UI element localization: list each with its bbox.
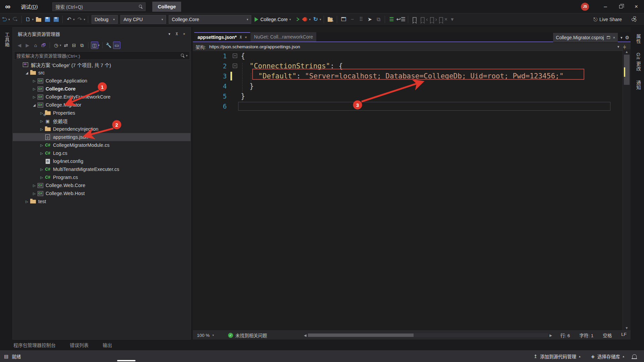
tree-item-MultiTenantMigrateExecuter.cs[interactable]: ▷C#MultiTenantMigrateExecuter.cs — [13, 165, 191, 173]
preview-selected-items-icon[interactable]: ▭ — [113, 42, 120, 49]
keep-open-icon[interactable]: 🗔 — [606, 36, 610, 40]
tab-close-icon[interactable]: × — [245, 35, 247, 39]
se-forward-icon[interactable]: ▶ — [24, 42, 31, 49]
live-share-button[interactable]: ⎋ Live Share — [593, 16, 622, 22]
code-line-5[interactable]: 5} — [193, 91, 621, 101]
collapse-toggle-icon[interactable]: − — [233, 64, 237, 68]
horizontal-scrollbar[interactable] — [308, 333, 548, 337]
right-tab-通知[interactable]: 通知 — [634, 78, 642, 92]
menu-D[interactable]: 调试(D) — [16, 0, 44, 13]
tab-list-dropdown-icon[interactable]: ▾ — [621, 36, 623, 40]
tab-appsettings-json[interactable]: appsettings.json* ⊼ × — [194, 32, 250, 42]
editor-zoom-combo[interactable]: 100 %▾ — [194, 333, 217, 338]
save-all-icon[interactable] — [52, 15, 60, 24]
window-position-dropdown-icon[interactable]: ▾ — [166, 31, 172, 37]
properties-pages-icon[interactable]: ⧉ — [78, 42, 86, 49]
start-without-debugging-icon[interactable] — [295, 17, 300, 21]
collapsed-icon[interactable]: ▷ — [32, 192, 36, 195]
navigate-back-dropdown[interactable]: ▾ — [8, 18, 10, 21]
pending-changes-filter-icon[interactable]: ◷ — [52, 42, 60, 49]
bottom-tab-错误列表[interactable]: 错误列表 — [70, 342, 89, 348]
bottom-tab-程序包管理器控制台[interactable]: 程序包管理器控制台 — [13, 342, 56, 348]
collapsed-icon[interactable]: ▷ — [40, 119, 44, 123]
tree-item-CollegeMigratorModule.cs[interactable]: ▷C#CollegeMigratorModule.cs — [13, 141, 191, 149]
tree-item-DependencyInjection[interactable]: ▷DependencyInjection — [13, 125, 191, 133]
split-editor-icon[interactable]: ╪ — [623, 45, 626, 49]
tree-item-College.EntityFrameworkCore[interactable]: ▷C#College.EntityFrameworkCore — [13, 93, 191, 101]
right-tab-Git 更改[interactable]: Git 更改 — [634, 51, 642, 73]
new-project-icon[interactable]: 🗋 — [24, 15, 32, 24]
collapsed-icon[interactable]: ▷ — [40, 176, 44, 179]
collapsed-icon[interactable]: ▷ — [40, 168, 44, 171]
collapsed-icon[interactable]: ▷ — [32, 184, 36, 187]
collapsed-icon[interactable]: ▷ — [40, 152, 44, 155]
left-tab-工具箱[interactable]: 工具箱 — [2, 30, 10, 49]
user-avatar[interactable]: JS — [581, 3, 589, 11]
environment-window-icon[interactable]: 🗔 — [339, 15, 347, 24]
tab-pin-icon[interactable]: ⊼ — [239, 35, 242, 40]
collapse-toggle-icon[interactable]: − — [233, 54, 237, 58]
show-all-files-icon[interactable]: ◫ — [91, 42, 98, 49]
bottom-tab-输出[interactable]: 输出 — [103, 342, 112, 348]
tree-item-Log.cs[interactable]: ▷C#Log.cs — [13, 149, 191, 157]
tree-item-解决方案 'College' (7 个项目, 共 7 个)[interactable]: 解决方案 'College' (7 个项目, 共 7 个) — [13, 61, 191, 69]
add-to-source-control-button[interactable]: ↥ 添加到源代码管理 ▴ — [528, 350, 586, 362]
indent-lines-icon[interactable]: ☰ — [387, 15, 395, 24]
startup-project-combo[interactable]: College.Core▾ — [169, 15, 251, 24]
copy-parallel-icon[interactable]: ⧉ — [374, 15, 382, 24]
tree-item-src[interactable]: ◢src — [13, 69, 191, 77]
clear-bookmarks-icon[interactable]: × — [438, 15, 447, 24]
tree-item-College.Core[interactable]: ▷C#College.Core — [13, 85, 191, 93]
caret-line-indicator[interactable]: 行: 6 — [560, 332, 570, 339]
schema-dropdown-icon[interactable]: ▾ — [618, 45, 620, 49]
tab-college-migrator-csproj[interactable]: College.Migrator.csproj 🗔 × — [553, 33, 618, 42]
close-panel-icon[interactable]: × — [181, 31, 187, 37]
expanded-icon[interactable]: ◢ — [25, 71, 29, 75]
toolbar-overflow-icon[interactable]: ▾ — [448, 15, 456, 24]
whitespace-indicator[interactable]: 空格 — [603, 332, 612, 339]
collapse-icon[interactable]: − — [348, 15, 356, 24]
scroll-down-icon[interactable]: ▼ — [623, 326, 631, 330]
output-window-icon[interactable]: ▤ — [4, 354, 8, 359]
collapsed-icon[interactable]: ▷ — [32, 87, 36, 91]
collapse-all-icon[interactable]: ⊟ — [70, 42, 78, 49]
tree-item-test[interactable]: ▷test — [13, 197, 191, 205]
redo-dropdown[interactable]: ▾ — [84, 18, 86, 21]
minimize-button[interactable]: – — [598, 0, 613, 13]
next-bookmark-icon[interactable]: › — [429, 15, 437, 24]
previous-bookmark-icon[interactable]: ‹ — [419, 15, 428, 24]
restore-button[interactable] — [613, 0, 629, 13]
document-health-indicator[interactable]: ✓ 未找到相关问题 — [228, 332, 267, 339]
scroll-right-icon[interactable]: ▶ — [548, 334, 552, 337]
quick-search-box[interactable]: 搜索 (Ctrl+Q) — [52, 2, 146, 11]
scroll-left-icon[interactable]: ◀ — [304, 334, 308, 337]
select-repository-button[interactable]: ◈ 选择存储库 ▴ — [586, 350, 630, 362]
scroll-up-icon[interactable]: ▲ — [623, 50, 631, 54]
show-all-files-dropdown[interactable]: ▾ — [98, 44, 100, 47]
wrench-icon[interactable]: 🔧 — [105, 42, 112, 49]
save-icon[interactable] — [43, 15, 51, 24]
notifications-bell-icon[interactable] — [632, 354, 637, 358]
switch-views-icon[interactable]: 🗗 — [40, 42, 47, 49]
restart-app-icon[interactable]: ↻ — [312, 15, 320, 24]
solution-name-badge[interactable]: College — [152, 2, 181, 12]
tree-item-College.Web.Host[interactable]: ▷C#College.Web.Host — [13, 189, 191, 197]
tree-item-Properties[interactable]: ▷⚙Properties — [13, 109, 191, 117]
collapsed-icon[interactable]: ▷ — [32, 79, 36, 83]
filter-dropdown[interactable]: ▾ — [60, 44, 61, 47]
caret-column-indicator[interactable]: 字符: 1 — [579, 332, 593, 339]
expanded-icon[interactable]: ◢ — [32, 103, 36, 107]
code-editor[interactable]: 1−{2−"ConnectionStrings": {3"Default": "… — [193, 51, 621, 330]
new-project-dropdown[interactable]: ▾ — [32, 18, 34, 21]
tree-item-Program.cs[interactable]: ▷C#Program.cs — [13, 173, 191, 181]
code-line-3[interactable]: 3"Default": "Server=localhost; Database=… — [193, 71, 621, 81]
wrap-lines-icon[interactable]: ↩☰ — [396, 15, 406, 24]
undo-icon[interactable]: ↶ — [65, 15, 73, 24]
home-icon[interactable]: ⌂ — [32, 42, 39, 49]
redo-icon[interactable]: ↷ — [76, 15, 84, 24]
navigate-forward-icon[interactable]: ⮎ — [11, 15, 19, 24]
tree-item-College.Web.Core[interactable]: ▷C#College.Web.Core — [13, 181, 191, 189]
close-button[interactable]: × — [629, 0, 644, 13]
start-debugging-button[interactable]: College.Core ▾ — [255, 17, 291, 22]
tree-item-College.Migrator[interactable]: ◢C#College.Migrator — [13, 101, 191, 109]
